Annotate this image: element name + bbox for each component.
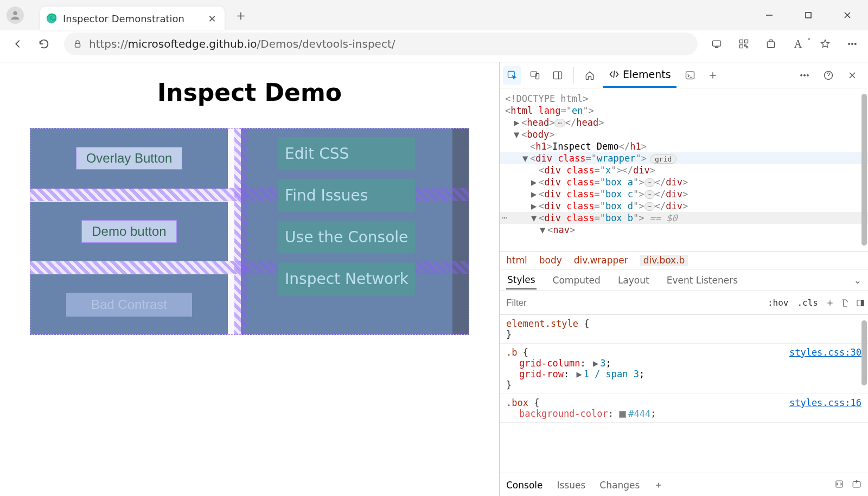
- new-style-rule-icon[interactable]: [822, 295, 838, 311]
- add-tab-icon[interactable]: [704, 66, 722, 85]
- source-link[interactable]: styles.css:30: [789, 347, 861, 358]
- drawer-icon-1[interactable]: [834, 479, 844, 491]
- toolbar-right-icons: A»: [709, 36, 860, 52]
- welcome-tab-icon[interactable]: [580, 66, 599, 85]
- color-swatch-icon[interactable]: [619, 411, 626, 418]
- edge-favicon-icon: [46, 12, 58, 24]
- breadcrumb-item[interactable]: div.box.b: [640, 255, 688, 266]
- overlay-button[interactable]: Overlay Button: [76, 147, 183, 170]
- selected-dom-node[interactable]: ⋯▼<div class="box b">== $0: [500, 212, 868, 224]
- console-tab-icon[interactable]: [681, 66, 699, 85]
- nav-link-network[interactable]: Inspect Network: [278, 262, 415, 295]
- devtools-toolbar: Elements: [500, 62, 868, 88]
- svg-rect-10: [745, 40, 748, 43]
- drawer-issues-tab[interactable]: Issues: [557, 480, 586, 491]
- bad-contrast-button[interactable]: Bad Contrast: [66, 293, 192, 317]
- svg-point-15: [848, 43, 850, 45]
- computed-sidebar-icon[interactable]: [853, 295, 868, 311]
- scrollbar-thumb[interactable]: [861, 94, 867, 246]
- device-emulation-icon[interactable]: [526, 66, 544, 85]
- new-tab-button[interactable]: ＋: [230, 4, 252, 26]
- svg-point-0: [13, 11, 17, 15]
- dom-actions-icon[interactable]: ⋯: [502, 212, 507, 223]
- content-split: Inspect Demo Overlay Button Demo button …: [0, 62, 868, 496]
- refresh-button[interactable]: [34, 34, 54, 54]
- nav-link-edit-css[interactable]: Edit CSS: [278, 137, 415, 170]
- titlebar: Inspector Demonstration ✕ ＋: [0, 0, 868, 30]
- close-devtools-icon[interactable]: [843, 66, 861, 85]
- cls-toggle[interactable]: .cls: [793, 298, 822, 308]
- style-rule-box[interactable]: styles.css:16 .box { background-color: #…: [500, 394, 868, 423]
- toolbar: https://microsoftedge.github.io/Demos/de…: [0, 30, 868, 62]
- styles-filter-row: :hov .cls: [500, 291, 868, 315]
- inspect-element-icon[interactable]: [503, 66, 521, 85]
- minimize-button[interactable]: [761, 7, 778, 24]
- maximize-button[interactable]: [800, 7, 817, 24]
- styles-rules[interactable]: element.style { } styles.css:30 .b { gri…: [500, 315, 868, 473]
- box-b: Edit CSS Find Issues Use the Console Ins…: [241, 128, 469, 334]
- drawer-changes-tab[interactable]: Changes: [599, 480, 640, 491]
- close-tab-icon[interactable]: ✕: [207, 14, 217, 23]
- dom-tree[interactable]: <!DOCTYPE html> <html lang="en"> ▶<head>…: [500, 88, 868, 251]
- close-window-button[interactable]: [839, 7, 856, 24]
- collections-icon[interactable]: [763, 36, 779, 52]
- event-listeners-tab[interactable]: Event Listeners: [666, 272, 739, 289]
- screencast-icon[interactable]: [709, 36, 725, 52]
- page-heading: Inspect Demo: [0, 79, 499, 106]
- dock-side-icon[interactable]: [548, 66, 567, 85]
- svg-rect-13: [746, 47, 748, 48]
- scrollbar-thumb[interactable]: [861, 320, 867, 385]
- layout-tab[interactable]: Layout: [617, 272, 650, 289]
- drawer-expand-icon[interactable]: [852, 479, 861, 491]
- nav-link-find-issues[interactable]: Find Issues: [278, 179, 415, 212]
- svg-rect-35: [861, 300, 864, 306]
- demo-button[interactable]: Demo button: [81, 220, 176, 243]
- devtools-drawer: Console Issues Changes ＋: [500, 473, 868, 496]
- dom-breadcrumb: html body div.wrapper div.box.b: [500, 251, 868, 269]
- more-subtabs-icon[interactable]: ⌄: [854, 275, 861, 286]
- breadcrumb-item[interactable]: body: [539, 255, 562, 266]
- devtools-panel: Elements <!DOCTYPE html> <html lang="en"…: [499, 62, 868, 496]
- nav-links: Edit CSS Find Issues Use the Console Ins…: [270, 128, 440, 334]
- profile-avatar-icon[interactable]: [7, 7, 24, 24]
- demo-grid: Overlay Button Demo button Bad Contrast …: [30, 128, 469, 334]
- toggle-common-render-icon[interactable]: [838, 295, 853, 311]
- styles-filter-input[interactable]: [500, 298, 763, 308]
- url-text: https://microsoftedge.github.io/Demos/de…: [89, 37, 395, 50]
- svg-point-28: [807, 74, 809, 76]
- favorite-icon[interactable]: [817, 36, 833, 52]
- site-info-lock-icon[interactable]: [73, 39, 82, 49]
- nav-link-console[interactable]: Use the Console: [278, 221, 415, 254]
- elements-tab[interactable]: Elements: [603, 62, 676, 88]
- svg-rect-21: [554, 72, 562, 79]
- help-icon[interactable]: [819, 66, 838, 85]
- svg-rect-23: [686, 72, 694, 79]
- hov-toggle[interactable]: :hov: [763, 298, 793, 308]
- qr-icon[interactable]: [736, 36, 752, 52]
- grid-overlay-wrapper: Overlay Button Demo button Bad Contrast …: [30, 128, 469, 335]
- settings-more-icon[interactable]: [844, 36, 860, 52]
- svg-rect-12: [745, 45, 746, 47]
- drawer-console-tab[interactable]: Console: [506, 480, 543, 491]
- svg-rect-9: [740, 40, 743, 43]
- breadcrumb-item[interactable]: html: [506, 255, 527, 266]
- breadcrumb-item[interactable]: div.wrapper: [574, 255, 628, 266]
- drawer-add-tab-icon[interactable]: ＋: [654, 479, 663, 491]
- style-rule-b[interactable]: styles.css:30 .b { grid-column: ▶3; grid…: [500, 344, 868, 394]
- grid-badge[interactable]: grid: [650, 154, 676, 164]
- source-link[interactable]: styles.css:16: [789, 397, 861, 408]
- more-tools-icon[interactable]: [795, 66, 814, 85]
- styles-tab[interactable]: Styles: [506, 271, 537, 289]
- back-button[interactable]: [8, 34, 28, 54]
- browser-tab[interactable]: Inspector Demonstration ✕: [40, 7, 225, 30]
- svg-rect-7: [713, 41, 721, 46]
- read-aloud-icon[interactable]: A»: [790, 36, 806, 52]
- svg-rect-14: [767, 42, 774, 48]
- browser-chrome: Inspector Demonstration ✕ ＋ https://micr…: [0, 0, 868, 62]
- address-bar[interactable]: https://microsoftedge.github.io/Demos/de…: [64, 33, 698, 55]
- svg-point-16: [852, 43, 853, 45]
- style-rule-element[interactable]: element.style { }: [500, 315, 868, 344]
- page-viewport: Inspect Demo Overlay Button Demo button …: [0, 62, 499, 496]
- box-d: Bad Contrast: [30, 274, 228, 334]
- computed-tab[interactable]: Computed: [552, 272, 602, 289]
